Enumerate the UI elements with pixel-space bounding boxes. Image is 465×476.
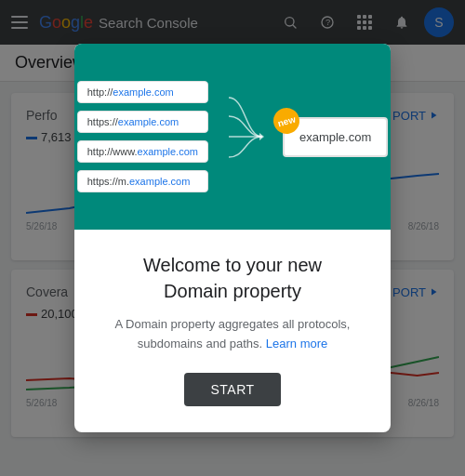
modal-body: Welcome to your newDomain property A Dom… — [74, 230, 391, 432]
modal-illustration: http://example.com https://example.com h… — [74, 44, 391, 230]
svg-marker-4 — [259, 133, 264, 140]
arrows-svg — [227, 86, 264, 188]
modal-description: A Domain property aggregates all protoco… — [97, 315, 368, 354]
url-item-3: http://www.example.com — [77, 140, 208, 163]
url-list: http://example.com https://example.com h… — [77, 81, 208, 192]
modal-title: Welcome to your newDomain property — [97, 252, 368, 304]
url-item-1: http://example.com — [77, 81, 208, 103]
modal-overlay: http://example.com https://example.com h… — [0, 0, 465, 476]
start-button[interactable]: START — [184, 373, 280, 406]
url-item-4: https://m.example.com — [77, 170, 208, 192]
url-item-2: https://example.com — [77, 111, 208, 133]
learn-more-link[interactable]: Learn more — [266, 337, 327, 350]
domain-box-wrap: new example.com — [283, 117, 388, 157]
modal: http://example.com https://example.com h… — [74, 44, 391, 432]
domain-diagram: http://example.com https://example.com h… — [77, 81, 389, 192]
